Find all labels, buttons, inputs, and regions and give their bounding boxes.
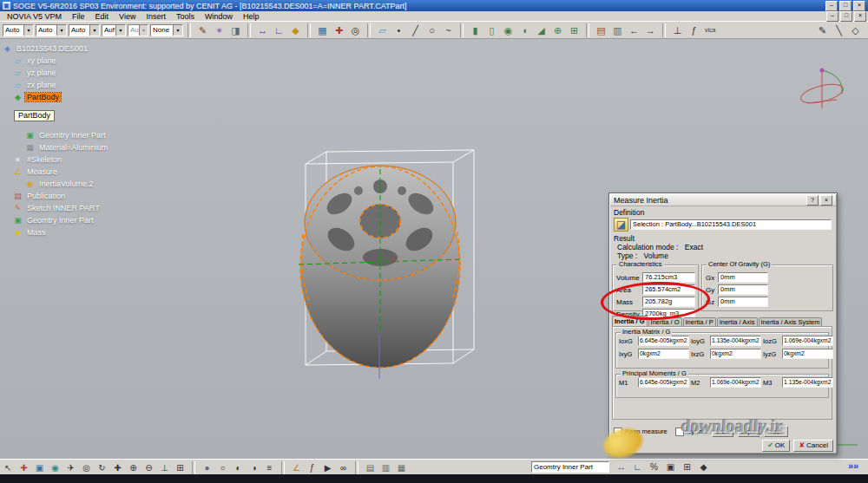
filter-combo-2[interactable]: Auto▾ bbox=[36, 24, 67, 36]
tree-item-yz-plane[interactable]: ▱yz plane bbox=[3, 67, 109, 79]
m2-field[interactable]: 1.069e-004kgxm2 bbox=[710, 377, 761, 388]
chevron-down-icon[interactable]: ▾ bbox=[173, 25, 182, 36]
m1-field[interactable]: 6.645e-005kgxm2 bbox=[638, 377, 689, 388]
tree-item-partbody[interactable]: ◆PartBody bbox=[3, 91, 109, 103]
undo-icon[interactable]: ← bbox=[627, 23, 641, 37]
child-close-button[interactable]: × bbox=[854, 11, 866, 22]
knowledge-icon[interactable]: ƒ bbox=[687, 23, 701, 37]
menu-edit[interactable]: Edit bbox=[90, 12, 115, 21]
pattern-icon[interactable]: ⊞ bbox=[567, 23, 582, 37]
measure-item-icon[interactable]: ∟ bbox=[631, 461, 644, 473]
macro-icon[interactable]: ▶ bbox=[321, 462, 334, 474]
cube-icon[interactable]: ▣ bbox=[33, 462, 46, 474]
paste-icon[interactable]: ▥ bbox=[610, 23, 625, 37]
print-icon[interactable]: ▦ bbox=[395, 462, 408, 474]
menu-window[interactable]: Window bbox=[200, 12, 238, 21]
measure-item-icon[interactable]: ∟ bbox=[272, 23, 286, 37]
camera-icon[interactable]: ◎ bbox=[80, 462, 93, 474]
copy-icon[interactable]: ▤ bbox=[364, 462, 377, 474]
wireframe-icon[interactable]: ○ bbox=[216, 462, 229, 474]
tree-item-xy-plane[interactable]: ▱xy plane bbox=[3, 55, 109, 67]
spline-icon[interactable]: ~ bbox=[441, 23, 456, 37]
menu-novia-v5-vpm[interactable]: NOVIA V5 VPM bbox=[2, 12, 67, 21]
gy-field[interactable]: 0mm bbox=[718, 284, 768, 295]
menu-help[interactable]: Help bbox=[238, 12, 265, 21]
measure-tool-icon[interactable]: ∠ bbox=[290, 462, 303, 474]
hybrid-icon[interactable]: ◇ bbox=[848, 23, 863, 37]
snap-icon[interactable]: ✚ bbox=[332, 23, 346, 37]
tree-toggle-icon[interactable]: ≡ bbox=[263, 462, 276, 474]
settings-icon[interactable]: ◆ bbox=[697, 461, 710, 473]
chevron-down-icon[interactable]: ▾ bbox=[23, 25, 33, 36]
tree-item-geometry-inner-part-2[interactable]: ▣Geomtry Inner Part bbox=[3, 214, 109, 226]
line-icon[interactable]: ╱ bbox=[408, 23, 423, 37]
hide-show-icon[interactable]: ◐ bbox=[232, 462, 245, 474]
window-titlebar[interactable]: ▣ SOGE V5-6R2016 SP03 Environment: suppo… bbox=[0, 0, 868, 11]
circle-icon[interactable]: ○ bbox=[424, 23, 439, 37]
filter-combo-4[interactable]: Auf▾ bbox=[102, 24, 126, 36]
measure-between-icon[interactable]: ↔ bbox=[615, 461, 628, 473]
measure-inertia-icon[interactable]: ◆ bbox=[288, 23, 303, 37]
magnifier-icon[interactable]: ◎ bbox=[348, 23, 363, 37]
tree-item-sketch-inner-part[interactable]: ✎Sketch INNER PART bbox=[3, 202, 109, 214]
3d-viewport[interactable]: ◈B10215543.DES001 ▱xy plane ▱yz plane ▱z… bbox=[0, 39, 868, 459]
fillet-icon[interactable]: ◖ bbox=[517, 23, 532, 37]
child-minimize-button[interactable]: – bbox=[826, 11, 838, 22]
ioxg-field[interactable]: 6.645e-005kgxm2 bbox=[638, 336, 689, 346]
ixzg-field[interactable]: 0kgxm2 bbox=[710, 349, 761, 359]
dialog-help-button[interactable]: ? bbox=[806, 195, 819, 206]
grid-snap-icon[interactable]: ⊞ bbox=[681, 461, 694, 473]
chevron-down-icon[interactable]: ▾ bbox=[139, 25, 148, 36]
capture-icon[interactable]: ▣ bbox=[664, 461, 677, 473]
maximize-button[interactable]: □ bbox=[839, 1, 852, 11]
axis-system-icon[interactable]: ✚ bbox=[17, 462, 30, 474]
dialog-titlebar[interactable]: Measure Inertia ? × bbox=[610, 194, 836, 206]
menu-tools[interactable]: Tools bbox=[171, 12, 200, 21]
shading-icon[interactable]: ● bbox=[201, 462, 214, 474]
swap-visible-space-icon[interactable]: ◑ bbox=[247, 462, 260, 474]
redo-icon[interactable]: → bbox=[643, 23, 658, 37]
multi-view-icon[interactable]: ⊞ bbox=[174, 462, 187, 474]
slash-icon[interactable]: ╲ bbox=[832, 23, 846, 37]
child-restore-button[interactable]: □ bbox=[840, 11, 852, 22]
pad-icon[interactable]: ▮ bbox=[468, 23, 483, 37]
minimize-button[interactable]: – bbox=[825, 1, 838, 11]
formula-icon[interactable]: ƒ bbox=[306, 462, 319, 474]
filter-combo-none[interactable]: None▾ bbox=[150, 24, 183, 36]
normal-view-icon[interactable]: ⊥ bbox=[158, 462, 171, 474]
tree-item-zx-plane[interactable]: ▱zx plane bbox=[3, 79, 109, 91]
filter-combo-3[interactable]: Auto▾ bbox=[69, 24, 100, 36]
compass[interactable] bbox=[799, 69, 845, 109]
tree-item-geometry-inner-part[interactable]: ▣Geomtry Inner Part bbox=[3, 129, 109, 141]
tree-item-inertia-volume[interactable]: ◉InertiaVolume.2 bbox=[3, 178, 109, 190]
paintbrush-icon[interactable]: ✎ bbox=[195, 23, 210, 37]
paste-icon[interactable]: ▥ bbox=[379, 462, 392, 474]
close-button[interactable]: × bbox=[853, 1, 865, 11]
tree-item-material-aluminium[interactable]: ▦Material=Aluminium bbox=[3, 141, 109, 153]
viga-tool-icon[interactable]: vica bbox=[703, 23, 717, 37]
ixyg-field[interactable]: 0kgxm2 bbox=[638, 349, 689, 359]
command-arrows-icon[interactable]: »» bbox=[848, 460, 858, 471]
m3-field[interactable]: 1.135e-004kgxm2 bbox=[782, 377, 833, 388]
menu-view[interactable]: View bbox=[114, 12, 141, 21]
pen-icon[interactable]: ✎ bbox=[815, 23, 830, 37]
cancel-button[interactable]: ✘Cancel bbox=[793, 440, 833, 452]
tree-item-root[interactable]: ◈B10215543.DES001 bbox=[3, 42, 109, 55]
filter-combo-1[interactable]: Auto▾ bbox=[3, 24, 34, 36]
rotate-view-icon[interactable]: ↻ bbox=[95, 462, 108, 474]
pocket-icon[interactable]: ▯ bbox=[484, 23, 499, 37]
globe-icon[interactable]: ◉ bbox=[49, 462, 62, 474]
dialog-close-button[interactable]: × bbox=[820, 195, 832, 206]
chevron-down-icon[interactable]: ▾ bbox=[89, 25, 99, 36]
hole-icon[interactable]: ◉ bbox=[501, 23, 516, 37]
tree-item-skeleton[interactable]: ∗#Skeleton bbox=[3, 153, 109, 166]
link-manager-icon[interactable]: ∞ bbox=[337, 462, 350, 474]
menu-insert[interactable]: Insert bbox=[141, 12, 171, 21]
plane-icon[interactable]: ▱ bbox=[375, 23, 390, 37]
boolean-icon[interactable]: ⊕ bbox=[550, 23, 565, 37]
catalog-icon[interactable]: ▤ bbox=[594, 23, 608, 37]
chamfer-icon[interactable]: ◢ bbox=[534, 23, 549, 37]
chevron-down-icon[interactable]: ▾ bbox=[115, 25, 125, 36]
tree-item-mass[interactable]: ◆Mass bbox=[3, 226, 109, 238]
point-icon[interactable]: • bbox=[391, 23, 406, 37]
